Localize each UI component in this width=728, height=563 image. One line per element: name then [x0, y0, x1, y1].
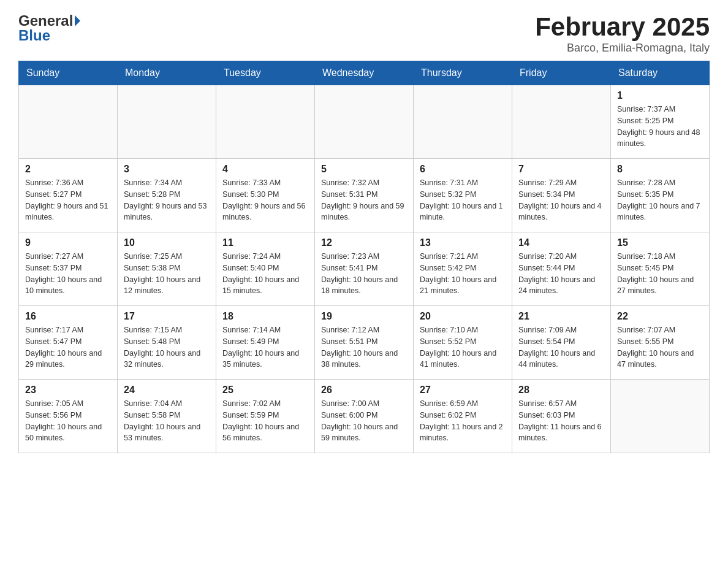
- day-number: 20: [420, 311, 506, 322]
- table-row: [611, 380, 710, 453]
- table-row: 3Sunrise: 7:34 AMSunset: 5:28 PMDaylight…: [118, 159, 216, 232]
- day-info: Sunrise: 7:20 AMSunset: 5:44 PMDaylight:…: [518, 251, 604, 297]
- table-row: [512, 85, 611, 159]
- table-row: 6Sunrise: 7:31 AMSunset: 5:32 PMDaylight…: [414, 159, 512, 232]
- table-row: 26Sunrise: 7:00 AMSunset: 6:00 PMDayligh…: [315, 380, 414, 453]
- day-number: 27: [420, 385, 506, 396]
- page-header: General Blue February 2025 Barco, Emilia…: [18, 12, 710, 55]
- day-info: Sunrise: 7:12 AMSunset: 5:51 PMDaylight:…: [321, 324, 407, 370]
- header-monday: Monday: [118, 61, 216, 85]
- day-number: 11: [222, 237, 308, 248]
- calendar-week-row: 16Sunrise: 7:17 AMSunset: 5:47 PMDayligh…: [19, 306, 710, 380]
- header-wednesday: Wednesday: [315, 61, 414, 85]
- day-number: 24: [124, 385, 210, 396]
- day-info: Sunrise: 7:18 AMSunset: 5:45 PMDaylight:…: [617, 251, 703, 297]
- day-info: Sunrise: 7:29 AMSunset: 5:34 PMDaylight:…: [518, 177, 604, 223]
- day-info: Sunrise: 7:21 AMSunset: 5:42 PMDaylight:…: [420, 251, 506, 297]
- title-block: February 2025 Barco, Emilia-Romagna, Ita…: [535, 12, 710, 55]
- day-number: 23: [25, 385, 111, 396]
- day-info: Sunrise: 7:25 AMSunset: 5:38 PMDaylight:…: [124, 251, 210, 297]
- logo-line2: Blue: [18, 27, 80, 44]
- day-info: Sunrise: 7:24 AMSunset: 5:40 PMDaylight:…: [222, 251, 308, 297]
- day-info: Sunrise: 6:57 AMSunset: 6:03 PMDaylight:…: [518, 398, 604, 444]
- day-number: 14: [518, 237, 604, 248]
- day-number: 8: [617, 164, 703, 175]
- day-info: Sunrise: 7:00 AMSunset: 6:00 PMDaylight:…: [321, 398, 407, 444]
- calendar-week-row: 23Sunrise: 7:05 AMSunset: 5:56 PMDayligh…: [19, 380, 710, 453]
- table-row: 15Sunrise: 7:18 AMSunset: 5:45 PMDayligh…: [611, 232, 710, 306]
- table-row: [19, 85, 118, 159]
- day-info: Sunrise: 7:05 AMSunset: 5:56 PMDaylight:…: [25, 398, 111, 444]
- header-sunday: Sunday: [19, 61, 118, 85]
- logo-blue-text: Blue: [18, 27, 50, 44]
- day-number: 3: [124, 164, 210, 175]
- table-row: 7Sunrise: 7:29 AMSunset: 5:34 PMDaylight…: [512, 159, 611, 232]
- table-row: 8Sunrise: 7:28 AMSunset: 5:35 PMDaylight…: [611, 159, 710, 232]
- page-title: February 2025: [535, 12, 710, 42]
- day-number: 19: [321, 311, 407, 322]
- logo: General Blue: [18, 12, 80, 44]
- page-subtitle: Barco, Emilia-Romagna, Italy: [535, 42, 710, 55]
- day-info: Sunrise: 7:15 AMSunset: 5:48 PMDaylight:…: [124, 324, 210, 370]
- table-row: 16Sunrise: 7:17 AMSunset: 5:47 PMDayligh…: [19, 306, 118, 380]
- calendar-week-row: 2Sunrise: 7:36 AMSunset: 5:27 PMDaylight…: [19, 159, 710, 232]
- day-number: 4: [222, 164, 308, 175]
- day-info: Sunrise: 7:34 AMSunset: 5:28 PMDaylight:…: [124, 177, 210, 223]
- day-number: 2: [25, 164, 111, 175]
- table-row: 5Sunrise: 7:32 AMSunset: 5:31 PMDaylight…: [315, 159, 414, 232]
- day-number: 18: [222, 311, 308, 322]
- header-friday: Friday: [512, 61, 611, 85]
- table-row: 18Sunrise: 7:14 AMSunset: 5:49 PMDayligh…: [216, 306, 315, 380]
- table-row: [315, 85, 414, 159]
- table-row: 23Sunrise: 7:05 AMSunset: 5:56 PMDayligh…: [19, 380, 118, 453]
- day-number: 7: [518, 164, 604, 175]
- table-row: 13Sunrise: 7:21 AMSunset: 5:42 PMDayligh…: [414, 232, 512, 306]
- day-number: 17: [124, 311, 210, 322]
- table-row: [414, 85, 512, 159]
- table-row: 19Sunrise: 7:12 AMSunset: 5:51 PMDayligh…: [315, 306, 414, 380]
- table-row: 14Sunrise: 7:20 AMSunset: 5:44 PMDayligh…: [512, 232, 611, 306]
- table-row: [216, 85, 315, 159]
- day-number: 5: [321, 164, 407, 175]
- day-info: Sunrise: 6:59 AMSunset: 6:02 PMDaylight:…: [420, 398, 506, 444]
- day-info: Sunrise: 7:32 AMSunset: 5:31 PMDaylight:…: [321, 177, 407, 223]
- day-number: 13: [420, 237, 506, 248]
- calendar-week-row: 9Sunrise: 7:27 AMSunset: 5:37 PMDaylight…: [19, 232, 710, 306]
- header-saturday: Saturday: [611, 61, 710, 85]
- day-info: Sunrise: 7:09 AMSunset: 5:54 PMDaylight:…: [518, 324, 604, 370]
- day-number: 26: [321, 385, 407, 396]
- day-number: 25: [222, 385, 308, 396]
- day-info: Sunrise: 7:14 AMSunset: 5:49 PMDaylight:…: [222, 324, 308, 370]
- calendar-week-row: 1Sunrise: 7:37 AMSunset: 5:25 PMDaylight…: [19, 85, 710, 159]
- day-info: Sunrise: 7:07 AMSunset: 5:55 PMDaylight:…: [617, 324, 703, 370]
- day-number: 9: [25, 237, 111, 248]
- day-number: 16: [25, 311, 111, 322]
- day-info: Sunrise: 7:28 AMSunset: 5:35 PMDaylight:…: [617, 177, 703, 223]
- day-info: Sunrise: 7:10 AMSunset: 5:52 PMDaylight:…: [420, 324, 506, 370]
- table-row: 20Sunrise: 7:10 AMSunset: 5:52 PMDayligh…: [414, 306, 512, 380]
- day-number: 10: [124, 237, 210, 248]
- table-row: 10Sunrise: 7:25 AMSunset: 5:38 PMDayligh…: [118, 232, 216, 306]
- day-number: 22: [617, 311, 703, 322]
- table-row: 1Sunrise: 7:37 AMSunset: 5:25 PMDaylight…: [611, 85, 710, 159]
- header-tuesday: Tuesday: [216, 61, 315, 85]
- table-row: 2Sunrise: 7:36 AMSunset: 5:27 PMDaylight…: [19, 159, 118, 232]
- table-row: [118, 85, 216, 159]
- day-info: Sunrise: 7:36 AMSunset: 5:27 PMDaylight:…: [25, 177, 111, 223]
- day-info: Sunrise: 7:31 AMSunset: 5:32 PMDaylight:…: [420, 177, 506, 223]
- table-row: 12Sunrise: 7:23 AMSunset: 5:41 PMDayligh…: [315, 232, 414, 306]
- day-number: 21: [518, 311, 604, 322]
- day-info: Sunrise: 7:17 AMSunset: 5:47 PMDaylight:…: [25, 324, 111, 370]
- calendar-table: Sunday Monday Tuesday Wednesday Thursday…: [18, 61, 710, 453]
- table-row: 22Sunrise: 7:07 AMSunset: 5:55 PMDayligh…: [611, 306, 710, 380]
- logo-triangle-icon: [75, 15, 80, 26]
- table-row: 21Sunrise: 7:09 AMSunset: 5:54 PMDayligh…: [512, 306, 611, 380]
- table-row: 27Sunrise: 6:59 AMSunset: 6:02 PMDayligh…: [414, 380, 512, 453]
- day-number: 12: [321, 237, 407, 248]
- day-number: 6: [420, 164, 506, 175]
- day-info: Sunrise: 7:02 AMSunset: 5:59 PMDaylight:…: [222, 398, 308, 444]
- table-row: 24Sunrise: 7:04 AMSunset: 5:58 PMDayligh…: [118, 380, 216, 453]
- table-row: 11Sunrise: 7:24 AMSunset: 5:40 PMDayligh…: [216, 232, 315, 306]
- day-info: Sunrise: 7:33 AMSunset: 5:30 PMDaylight:…: [222, 177, 308, 223]
- table-row: 4Sunrise: 7:33 AMSunset: 5:30 PMDaylight…: [216, 159, 315, 232]
